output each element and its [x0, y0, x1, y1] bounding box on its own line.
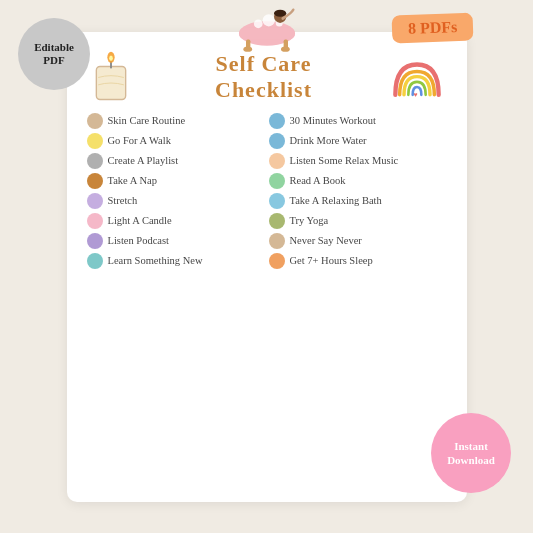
check-label: Listen Podcast: [108, 235, 170, 246]
title-line1: Self Care: [145, 51, 383, 77]
checklist-item-left: Light A Candle: [87, 213, 261, 229]
title-line2: Checklist: [145, 77, 383, 103]
checklist-item-right: Try Yoga: [269, 213, 443, 229]
check-label: Create A Playlist: [108, 155, 179, 166]
editable-badge: Editable PDF: [18, 18, 90, 90]
check-label: Take A Nap: [108, 175, 157, 186]
title-area: Self Care Checklist: [145, 51, 383, 103]
check-label: Take A Relaxing Bath: [290, 195, 382, 206]
check-dot: [269, 113, 285, 129]
card-header: Self Care Checklist ♥: [87, 50, 443, 105]
checklist-item-left: Create A Playlist: [87, 153, 261, 169]
rainbow-icon: ♥: [391, 55, 443, 100]
checklist-item-left: Skin Care Routine: [87, 113, 261, 129]
svg-rect-1: [239, 27, 295, 39]
check-dot: [87, 193, 103, 209]
main-card: Self Care Checklist ♥ Skin Care Routine3…: [67, 32, 467, 502]
check-label: Drink More Water: [290, 135, 367, 146]
checklist-item-right: Never Say Never: [269, 233, 443, 249]
check-label: 30 Minutes Workout: [290, 115, 376, 126]
check-dot: [87, 113, 103, 129]
check-dot: [269, 213, 285, 229]
check-label: Get 7+ Hours Sleep: [290, 255, 373, 266]
check-dot: [87, 133, 103, 149]
instant-badge: Instant Download: [431, 413, 511, 493]
svg-point-6: [253, 19, 262, 28]
check-label: Light A Candle: [108, 215, 172, 226]
svg-point-14: [109, 55, 113, 61]
check-dot: [269, 173, 285, 189]
bathtub-icon: [232, 0, 302, 55]
check-dot: [87, 173, 103, 189]
check-dot: [87, 213, 103, 229]
check-dot: [87, 233, 103, 249]
check-label: Go For A Walk: [108, 135, 171, 146]
checklist-item-right: Drink More Water: [269, 133, 443, 149]
checklist-item-left: Stretch: [87, 193, 261, 209]
candle-icon: [87, 50, 135, 105]
check-dot: [269, 133, 285, 149]
checklist-item-right: Read A Book: [269, 173, 443, 189]
checklist-item-left: Take A Nap: [87, 173, 261, 189]
checklist-item-left: Learn Something New: [87, 253, 261, 269]
check-label: Read A Book: [290, 175, 346, 186]
check-dot: [269, 153, 285, 169]
check-label: Stretch: [108, 195, 138, 206]
check-dot: [87, 153, 103, 169]
svg-point-7: [262, 14, 274, 26]
checklist-item-right: Listen Some Relax Music: [269, 153, 443, 169]
check-label: Never Say Never: [290, 235, 362, 246]
check-dot: [269, 253, 285, 269]
checklist-item-left: Listen Podcast: [87, 233, 261, 249]
checklist-item-right: Get 7+ Hours Sleep: [269, 253, 443, 269]
checklist-item-right: 30 Minutes Workout: [269, 113, 443, 129]
check-label: Learn Something New: [108, 255, 203, 266]
check-label: Try Yoga: [290, 215, 329, 226]
check-label: Listen Some Relax Music: [290, 155, 399, 166]
check-label: Skin Care Routine: [108, 115, 186, 126]
check-dot: [269, 193, 285, 209]
svg-text:♥: ♥: [413, 91, 417, 98]
pdfs-badge: 8 PDFs: [391, 13, 473, 44]
checklist-item-left: Go For A Walk: [87, 133, 261, 149]
svg-point-10: [274, 9, 286, 16]
page-background: Editable PDF 8 PDFs Instant Download: [0, 0, 533, 533]
check-dot: [269, 233, 285, 249]
checklist-item-right: Take A Relaxing Bath: [269, 193, 443, 209]
check-dot: [87, 253, 103, 269]
checklist: Skin Care Routine30 Minutes WorkoutGo Fo…: [87, 113, 443, 269]
